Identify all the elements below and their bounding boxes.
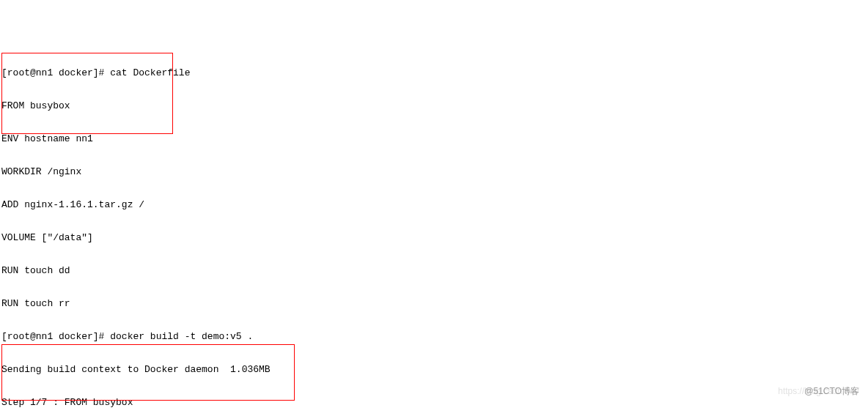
terminal-line: Step 1/7 : FROM busybox — [1, 397, 867, 408]
highlight-box-dockerfile — [1, 53, 173, 134]
terminal-line: [root@nn1 docker]# cat Dockerfile — [1, 67, 867, 78]
terminal-line: ENV hostname nn1 — [1, 133, 867, 144]
terminal-output: [root@nn1 docker]# cat Dockerfile FROM b… — [1, 45, 867, 416]
terminal-line: ADD nginx-1.16.1.tar.gz / — [1, 199, 867, 210]
terminal-line: RUN touch rr — [1, 298, 867, 309]
terminal-line: Sending build context to Docker daemon 1… — [1, 364, 867, 375]
terminal-line: [root@nn1 docker]# docker build -t demo:… — [1, 331, 867, 342]
terminal-line: RUN touch dd — [1, 265, 867, 276]
terminal-line: WORKDIR /nginx — [1, 166, 867, 177]
terminal-line: VOLUME ["/data"] — [1, 232, 867, 243]
watermark-text: @51CTO博客 — [804, 386, 859, 397]
terminal-line: FROM busybox — [1, 100, 867, 111]
